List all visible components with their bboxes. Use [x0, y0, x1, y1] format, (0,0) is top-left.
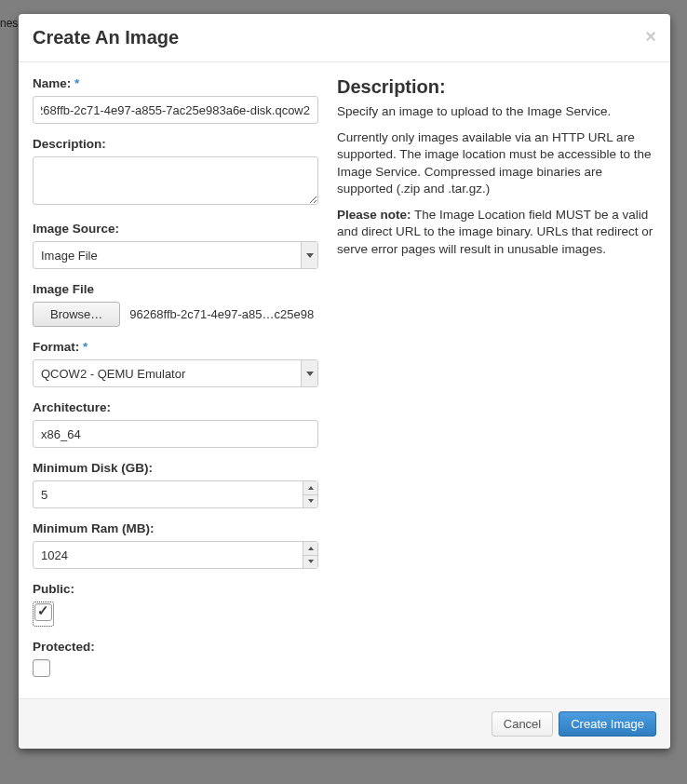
min-ram-label: Minimum Ram (MB):: [33, 521, 318, 535]
min-disk-label: Minimum Disk (GB):: [33, 461, 318, 475]
required-asterisk: *: [83, 340, 88, 354]
spinner-up-button[interactable]: [303, 481, 317, 495]
image-source-label: Image Source:: [33, 222, 318, 236]
create-image-button[interactable]: Create Image: [559, 711, 656, 737]
number-spinner: [303, 481, 317, 507]
help-paragraph-1: Specify an image to upload to the Image …: [337, 103, 656, 120]
field-image-source: Image Source:: [33, 222, 318, 269]
modal-title: Create An Image: [33, 27, 656, 48]
spinner-down-button[interactable]: [303, 495, 317, 508]
min-ram-input[interactable]: [33, 541, 318, 569]
help-note-label: Please note:: [337, 208, 411, 222]
field-protected: Protected:: [33, 640, 318, 681]
spinner-up-button[interactable]: [303, 542, 317, 556]
protected-label: Protected:: [33, 640, 318, 654]
field-public: Public:: [33, 582, 318, 627]
help-column: Description: Specify an image to upload …: [337, 76, 656, 684]
form-column: Name: * Description: Image Source: Image…: [33, 76, 318, 684]
close-button[interactable]: ×: [645, 27, 656, 46]
help-paragraph-3: Please note: The Image Location field MU…: [337, 207, 656, 258]
field-min-ram: Minimum Ram (MB):: [33, 521, 318, 569]
cancel-button[interactable]: Cancel: [492, 711, 553, 737]
image-source-select[interactable]: [33, 241, 318, 269]
help-title: Description:: [337, 76, 656, 98]
field-min-disk: Minimum Disk (GB):: [33, 461, 318, 508]
field-format: Format: *: [33, 340, 318, 387]
browse-button[interactable]: Browse…: [33, 302, 120, 327]
image-file-label: Image File: [33, 282, 318, 296]
public-checkbox[interactable]: [34, 603, 52, 621]
required-asterisk: *: [74, 76, 79, 90]
field-description: Description:: [33, 137, 318, 209]
checkbox-focus-ring: [33, 602, 54, 627]
create-image-modal: Create An Image × Name: * Description: I…: [19, 14, 670, 749]
name-input[interactable]: [33, 96, 318, 124]
protected-checkbox[interactable]: [33, 659, 50, 677]
modal-footer: Cancel Create Image: [19, 698, 670, 749]
modal-body: Name: * Description: Image Source: Image…: [19, 62, 670, 698]
spinner-down-button[interactable]: [303, 556, 317, 569]
architecture-label: Architecture:: [33, 400, 318, 414]
number-spinner: [303, 542, 317, 568]
selected-filename: 96268ffb-2c71-4e97-a85…c25e98: [129, 307, 318, 321]
description-label: Description:: [33, 137, 318, 151]
min-disk-input[interactable]: [33, 480, 318, 508]
format-select[interactable]: [33, 359, 318, 387]
format-label: Format: *: [33, 340, 318, 354]
architecture-input[interactable]: [33, 420, 318, 448]
help-paragraph-2: Currently only images available via an H…: [337, 129, 656, 197]
field-image-file: Image File Browse… 96268ffb-2c71-4e97-a8…: [33, 282, 318, 327]
modal-header: Create An Image ×: [19, 14, 670, 62]
description-input[interactable]: [33, 156, 318, 205]
name-label: Name: *: [33, 76, 318, 90]
public-label: Public:: [33, 582, 318, 596]
field-architecture: Architecture:: [33, 400, 318, 448]
field-name: Name: *: [33, 76, 318, 124]
